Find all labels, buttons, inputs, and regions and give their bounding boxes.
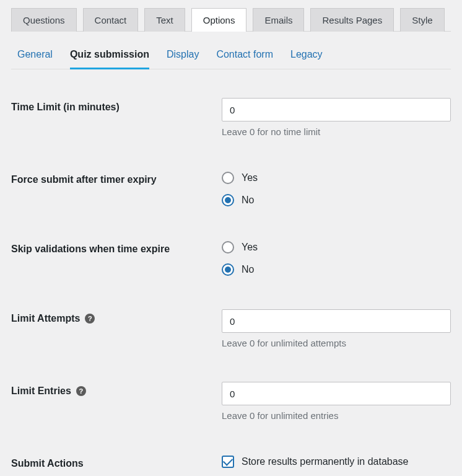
row-skip-validations: Skip validations when time expire Yes No — [11, 229, 451, 298]
row-limit-attempts: Limit Attempts ? Leave 0 for unlimited a… — [11, 298, 451, 371]
radio-force-submit-yes[interactable]: Yes — [222, 172, 451, 184]
radio-icon — [222, 194, 234, 206]
help-icon[interactable]: ? — [85, 314, 95, 324]
row-force-submit: Force submit after timer expiry Yes No — [11, 159, 451, 229]
checkbox-store-results[interactable]: Store results permanently in database — [222, 456, 451, 468]
label-submit-actions: Submit Actions — [11, 458, 84, 469]
radio-icon — [222, 241, 234, 253]
label-force-submit: Force submit after timer expiry — [11, 174, 157, 185]
tab-results-pages[interactable]: Results Pages — [310, 8, 394, 32]
tab-style[interactable]: Style — [400, 8, 444, 32]
label-time-limit: Time Limit (in minutes) — [11, 102, 120, 113]
sub-tab-general[interactable]: General — [17, 49, 53, 69]
radio-skip-validations-yes[interactable]: Yes — [222, 241, 451, 253]
sub-tab-contact-form[interactable]: Contact form — [216, 49, 273, 69]
input-limit-attempts[interactable] — [222, 309, 451, 333]
radio-skip-validations-no[interactable]: No — [222, 263, 451, 276]
label-limit-attempts: Limit Attempts — [11, 313, 80, 324]
radio-icon — [222, 172, 234, 184]
row-limit-entries: Limit Entries ? Leave 0 for unlimited en… — [11, 371, 451, 443]
tab-options[interactable]: Options — [191, 8, 247, 32]
help-limit-entries: Leave 0 for unlimited entries — [222, 410, 451, 421]
sub-tab-display[interactable]: Display — [167, 49, 199, 69]
tab-contact[interactable]: Contact — [83, 8, 139, 32]
radio-label: No — [242, 195, 254, 206]
input-time-limit[interactable] — [222, 98, 451, 121]
sub-tabs: General Quiz submission Display Contact … — [11, 32, 451, 69]
top-tabs: Questions Contact Text Options Emails Re… — [11, 7, 451, 32]
radio-icon — [222, 263, 234, 276]
row-time-limit: Time Limit (in minutes) Leave 0 for no t… — [11, 87, 451, 159]
radio-label: No — [242, 264, 254, 275]
radio-label: Yes — [242, 242, 258, 253]
radio-force-submit-no[interactable]: No — [222, 194, 451, 206]
checkbox-label: Store results permanently in database — [242, 456, 408, 467]
form-area: Time Limit (in minutes) Leave 0 for no t… — [11, 69, 451, 476]
label-limit-entries: Limit Entries — [11, 386, 71, 397]
input-limit-entries[interactable] — [222, 382, 451, 405]
row-submit-actions: Submit Actions Store results permanently… — [11, 443, 451, 476]
radio-label: Yes — [242, 172, 258, 183]
tab-questions[interactable]: Questions — [11, 8, 77, 32]
help-time-limit: Leave 0 for no time limit — [222, 126, 451, 137]
tab-emails[interactable]: Emails — [253, 8, 304, 32]
tab-text[interactable]: Text — [144, 8, 185, 32]
help-limit-attempts: Leave 0 for unlimited attempts — [222, 338, 451, 348]
sub-tab-legacy[interactable]: Legacy — [290, 49, 323, 69]
label-skip-validations: Skip validations when time expire — [11, 244, 170, 255]
checkbox-icon — [222, 456, 234, 468]
sub-tab-quiz-submission[interactable]: Quiz submission — [70, 49, 149, 69]
help-icon[interactable]: ? — [76, 386, 86, 396]
